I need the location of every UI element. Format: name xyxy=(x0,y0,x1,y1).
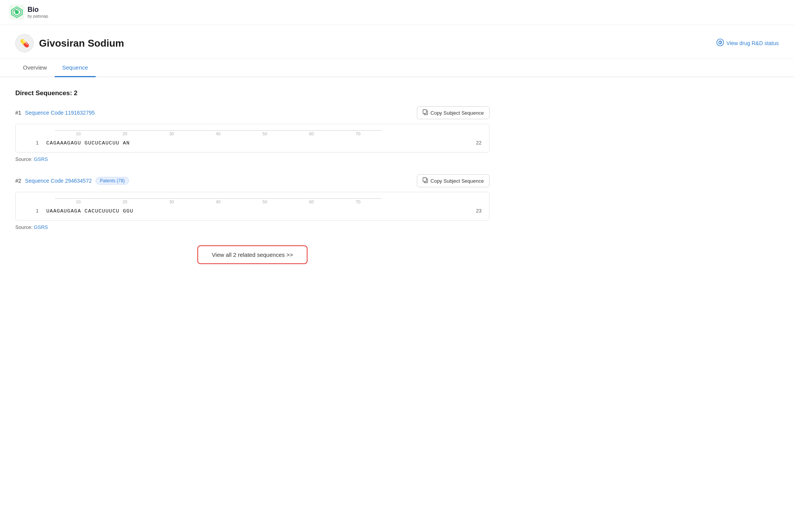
logo-bar: Bio by patsnap xyxy=(0,0,794,25)
ruler-mark-2-60: 60 xyxy=(288,200,335,204)
seq-end-2: 23 xyxy=(469,208,482,214)
ruler-mark-2-20: 20 xyxy=(102,200,148,204)
ruler-mark-1-40: 40 xyxy=(195,131,242,136)
copy-subject-sequence-btn-2[interactable]: Copy Subject Sequence xyxy=(417,174,490,187)
drug-icon-symbol: 💊 xyxy=(20,39,29,48)
view-all-area: View all 2 related sequences >> xyxy=(15,245,490,264)
logo-text: Bio by patsnap xyxy=(28,6,48,19)
ruler-mark-1-70: 70 xyxy=(335,131,381,136)
ruler-mark-2-70: 70 xyxy=(335,200,381,204)
section-title: Direct Sequences: 2 xyxy=(15,89,490,97)
seq-start-2: 1 xyxy=(23,208,39,214)
tabs-bar: Overview Sequence xyxy=(0,59,794,77)
drug-icon: 💊 xyxy=(15,34,34,52)
rd-status-icon xyxy=(716,39,724,48)
sequence-header-left-1: #1 Sequence Code 1191632795 xyxy=(15,110,95,116)
drug-header: 💊 Givosiran Sodium View drug R&D status xyxy=(0,25,794,59)
seq-start-1: 1 xyxy=(23,140,39,146)
ruler-mark-1-30: 30 xyxy=(148,131,195,136)
drug-title-area: 💊 Givosiran Sodium xyxy=(15,34,124,52)
tab-sequence[interactable]: Sequence xyxy=(55,59,96,77)
source-line-2: Source: GSRS xyxy=(15,224,490,230)
seq-data-row-1: 1 CAGAAAGAGU GUCUCAUCUU AN 22 xyxy=(23,140,482,146)
svg-point-2 xyxy=(717,39,724,46)
seq-code-link-2[interactable]: Sequence Code 294634572 xyxy=(25,178,92,184)
copy-icon-2 xyxy=(423,177,428,184)
ruler-mark-1-10: 10 xyxy=(55,131,102,136)
patents-badge-2[interactable]: Patents (78) xyxy=(96,177,129,185)
patsnap-bio-logo-icon xyxy=(9,5,24,20)
copy-icon-1 xyxy=(423,109,428,116)
seq-code-link-1[interactable]: Sequence Code 1191632795 xyxy=(25,110,95,116)
logo-byline: by patsnap xyxy=(28,14,48,19)
seq-viz-box-2: 10 20 30 40 50 60 70 1 UAAGAUGAGA CACUCU… xyxy=(15,192,490,221)
seq-number-2: #2 xyxy=(15,178,21,184)
seq-viz-box-1: 10 20 30 40 50 60 70 1 CAGAAAGAGU GUCUCA… xyxy=(15,124,490,152)
seq-number-1: #1 xyxy=(15,110,21,116)
seq-end-1: 22 xyxy=(469,140,482,146)
sequence-header-2: #2 Sequence Code 294634572 Patents (78) … xyxy=(15,174,490,187)
ruler-mark-2-50: 50 xyxy=(241,200,288,204)
tab-overview[interactable]: Overview xyxy=(15,59,55,77)
copy-subject-sequence-btn-1[interactable]: Copy Subject Sequence xyxy=(417,106,490,119)
source-link-1[interactable]: GSRS xyxy=(34,156,48,162)
drug-name: Givosiran Sodium xyxy=(39,37,124,49)
logo-name: Bio xyxy=(28,6,48,14)
seq-text-1: CAGAAAGAGU GUCUCAUCUU AN xyxy=(46,140,469,146)
view-rd-status-link[interactable]: View drug R&D status xyxy=(716,39,779,48)
source-link-2[interactable]: GSRS xyxy=(34,224,48,230)
seq-text-2: UAAGAUGAGA CACUCUUUCU GGU xyxy=(46,208,469,214)
view-all-btn-label: View all 2 related sequences >> xyxy=(212,251,293,258)
ruler-mark-2-10: 10 xyxy=(55,200,102,204)
svg-rect-6 xyxy=(423,110,426,114)
copy-btn-label-2: Copy Subject Sequence xyxy=(431,178,484,184)
svg-rect-8 xyxy=(423,178,426,182)
sequence-header-left-2: #2 Sequence Code 294634572 Patents (78) xyxy=(15,177,129,185)
sequence-block-2: #2 Sequence Code 294634572 Patents (78) … xyxy=(15,174,490,230)
ruler-mark-2-30: 30 xyxy=(148,200,195,204)
ruler-mark-1-20: 20 xyxy=(102,131,148,136)
seq-data-row-2: 1 UAAGAUGAGA CACUCUUUCU GGU 23 xyxy=(23,208,482,214)
main-content: Direct Sequences: 2 #1 Sequence Code 119… xyxy=(0,77,505,284)
rd-status-label: View drug R&D status xyxy=(726,40,779,46)
copy-btn-label-1: Copy Subject Sequence xyxy=(431,110,484,116)
ruler-mark-1-50: 50 xyxy=(241,131,288,136)
source-line-1: Source: GSRS xyxy=(15,156,490,162)
ruler-mark-2-40: 40 xyxy=(195,200,242,204)
ruler-mark-1-60: 60 xyxy=(288,131,335,136)
view-all-related-sequences-btn[interactable]: View all 2 related sequences >> xyxy=(197,245,308,264)
sequence-block-1: #1 Sequence Code 1191632795 Copy Subject… xyxy=(15,106,490,162)
sequence-header-1: #1 Sequence Code 1191632795 Copy Subject… xyxy=(15,106,490,119)
